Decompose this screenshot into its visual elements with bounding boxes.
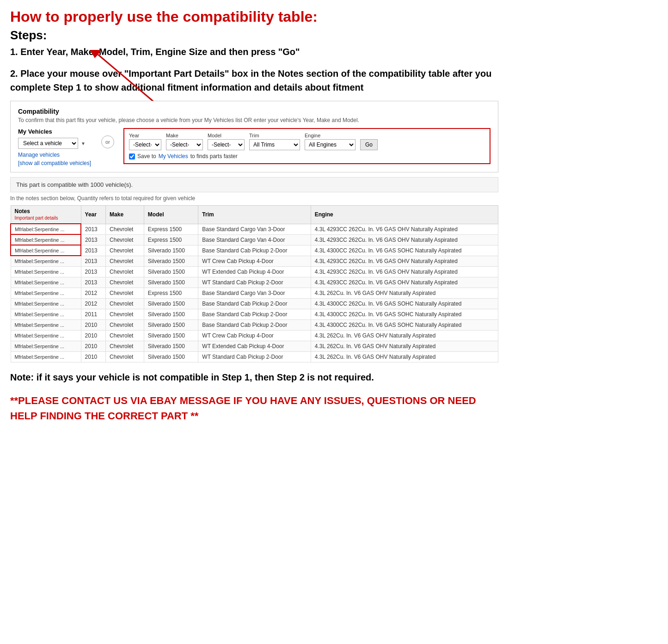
cell-year: 2013 [81, 266, 106, 277]
cell-notes: Mfrlabel:Serpentine ... [11, 224, 81, 234]
cell-trim: WT Standard Cab Pickup 2-Door [198, 277, 311, 288]
compat-title: Compatibility [18, 108, 490, 115]
cell-notes: Mfrlabel:Serpentine ... [11, 288, 81, 298]
cell-engine: 4.3L 4300CC 262Cu. In. V6 GAS SOHC Natur… [311, 319, 498, 330]
save-checkbox[interactable] [129, 153, 135, 159]
table-row: Mfrlabel:Serpentine ...2010ChevroletSilv… [11, 330, 498, 341]
cell-year: 2013 [81, 234, 106, 245]
cell-year: 2011 [81, 309, 106, 319]
cell-make: Chevrolet [106, 277, 144, 288]
cell-engine: 4.3L 4300CC 262Cu. In. V6 GAS SOHC Natur… [311, 309, 498, 319]
cell-trim: Base Standard Cargo Van 4-Door [198, 234, 311, 245]
cell-trim: Base Standard Cab Pickup 2-Door [198, 298, 311, 309]
year-select[interactable]: -Select- [129, 139, 161, 150]
cell-year: 2010 [81, 351, 106, 362]
col-model: Model [144, 206, 198, 224]
cell-trim: Base Standard Cargo Van 3-Door [198, 224, 311, 234]
cell-year: 2013 [81, 277, 106, 288]
table-row: Mfrlabel:Serpentine ...2011ChevroletSilv… [11, 309, 498, 319]
cell-make: Chevrolet [106, 224, 144, 234]
compat-subtitle: To confirm that this part fits your vehi… [18, 117, 490, 123]
col-notes: Notes Important part details [11, 206, 81, 224]
save-suffix: to finds parts faster [190, 153, 238, 159]
cell-model: Silverado 1500 [144, 341, 198, 351]
compatibility-table: Notes Important part details Year Make M… [10, 205, 498, 362]
cell-year: 2013 [81, 224, 106, 234]
model-field: Model -Select- [208, 133, 245, 150]
cell-notes: Mfrlabel:Serpentine ... [11, 245, 81, 256]
cell-notes: Mfrlabel:Serpentine ... [11, 351, 81, 362]
cell-notes: Mfrlabel:Serpentine ... [11, 319, 81, 330]
cell-model: Silverado 1500 [144, 266, 198, 277]
cell-notes: Mfrlabel:Serpentine ... [11, 330, 81, 341]
table-row: Mfrlabel:Serpentine ...2013ChevroletExpr… [11, 224, 498, 234]
cell-notes: Mfrlabel:Serpentine ... [11, 341, 81, 351]
cell-make: Chevrolet [106, 234, 144, 245]
cell-make: Chevrolet [106, 319, 144, 330]
contact-section: **PLEASE CONTACT US VIA EBAY MESSAGE IF … [10, 393, 498, 423]
cell-engine: 4.3L 4300CC 262Cu. In. V6 GAS SOHC Natur… [311, 298, 498, 309]
table-row: Mfrlabel:Serpentine ...2012ChevroletExpr… [11, 288, 498, 298]
cell-make: Chevrolet [106, 245, 144, 256]
col-engine: Engine [311, 206, 498, 224]
cell-make: Chevrolet [106, 298, 144, 309]
cell-engine: 4.3L 4293CC 262Cu. In. V6 GAS OHV Natura… [311, 234, 498, 245]
main-title: How to properly use the compatibility ta… [10, 8, 498, 25]
trim-select[interactable]: All Trims [249, 139, 300, 150]
table-row: Mfrlabel:Serpentine ...2013ChevroletSilv… [11, 277, 498, 288]
year-field: Year -Select- [129, 133, 161, 150]
cell-model: Silverado 1500 [144, 330, 198, 341]
cell-notes: Mfrlabel:Serpentine ... [11, 256, 81, 266]
cell-year: 2013 [81, 256, 106, 266]
table-row: Mfrlabel:Serpentine ...2010ChevroletSilv… [11, 341, 498, 351]
year-label: Year [129, 133, 161, 138]
cell-make: Chevrolet [106, 330, 144, 341]
cell-notes: Mfrlabel:Serpentine ... [11, 309, 81, 319]
cell-model: Silverado 1500 [144, 256, 198, 266]
table-row: Mfrlabel:Serpentine ...2013ChevroletSilv… [11, 256, 498, 266]
make-select[interactable]: -Select- [166, 139, 203, 150]
compatibility-section: Compatibility To confirm that this part … [10, 101, 498, 362]
table-row: Mfrlabel:Serpentine ...2010ChevroletSilv… [11, 319, 498, 330]
cell-trim: Base Standard Cab Pickup 2-Door [198, 319, 311, 330]
cell-make: Chevrolet [106, 266, 144, 277]
make-field: Make -Select- [166, 133, 203, 150]
vehicle-select[interactable]: Select a vehicle [18, 138, 78, 149]
engine-label: Engine [305, 133, 355, 138]
compatibility-widget: Compatibility To confirm that this part … [10, 101, 498, 172]
cell-trim: WT Extended Cab Pickup 4-Door [198, 341, 311, 351]
manage-vehicles-link[interactable]: Manage vehicles [18, 152, 92, 158]
cell-engine: 4.3L 262Cu. In. V6 GAS OHV Naturally Asp… [311, 341, 498, 351]
cell-engine: 4.3L 4293CC 262Cu. In. V6 GAS OHV Natura… [311, 266, 498, 277]
save-my-vehicles-link[interactable]: My Vehicles [159, 153, 188, 159]
show-all-link[interactable]: [show all compatible vehicles] [18, 160, 92, 166]
engine-select[interactable]: All Engines [305, 139, 355, 150]
my-vehicles-label: My Vehicles [18, 128, 92, 135]
engine-field: Engine All Engines [305, 133, 355, 150]
notes-row: In the notes section below, Quantity ref… [10, 195, 498, 202]
model-label: Model [208, 133, 245, 138]
note-section: Note: if it says your vehicle is not com… [10, 371, 498, 384]
save-text: Save to [137, 153, 156, 159]
make-label: Make [166, 133, 203, 138]
cell-model: Silverado 1500 [144, 245, 198, 256]
cell-year: 2012 [81, 288, 106, 298]
cell-trim: WT Extended Cab Pickup 4-Door [198, 266, 311, 277]
steps-heading: Steps: [10, 28, 498, 43]
cell-make: Chevrolet [106, 341, 144, 351]
or-divider: or [101, 135, 114, 148]
cell-engine: 4.3L 4293CC 262Cu. In. V6 GAS OHV Natura… [311, 224, 498, 234]
cell-engine: 4.3L 262Cu. In. V6 GAS OHV Naturally Asp… [311, 288, 498, 298]
cell-make: Chevrolet [106, 288, 144, 298]
go-button[interactable]: Go [360, 139, 378, 150]
trim-label: Trim [249, 133, 300, 138]
cell-trim: Base Standard Cargo Van 3-Door [198, 288, 311, 298]
cell-model: Silverado 1500 [144, 277, 198, 288]
table-row: Mfrlabel:Serpentine ...2012ChevroletSilv… [11, 298, 498, 309]
cell-model: Express 1500 [144, 234, 198, 245]
table-row: Mfrlabel:Serpentine ...2013ChevroletExpr… [11, 234, 498, 245]
cell-trim: WT Standard Cab Pickup 2-Door [198, 351, 311, 362]
cell-notes: Mfrlabel:Serpentine ... [11, 266, 81, 277]
model-select[interactable]: -Select- [208, 139, 245, 150]
cell-trim: WT Crew Cab Pickup 4-Door [198, 256, 311, 266]
